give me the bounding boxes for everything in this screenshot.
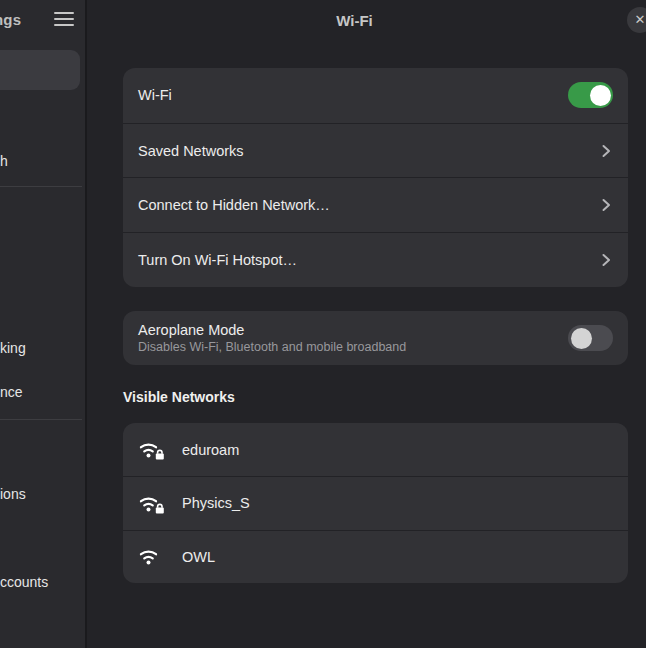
close-icon[interactable]: ✕ — [627, 7, 646, 33]
airplane-mode-subtitle: Disables Wi-Fi, Bluetooth and mobile bro… — [138, 340, 406, 354]
visible-networks-card: eduroam Physics_S OWL — [123, 423, 628, 583]
saved-networks-label: Saved Networks — [138, 143, 244, 159]
hidden-network-label: Connect to Hidden Network… — [138, 197, 330, 213]
wifi-card: Wi-Fi Saved Networks Connect to Hidden N… — [123, 68, 628, 287]
settings-sidebar: ngs h king nce ions ccounts — [0, 0, 87, 648]
wifi-panel: Wi-Fi ✕ Wi-Fi Saved Networks Connect to … — [89, 0, 646, 648]
network-row-owl[interactable]: OWL — [123, 530, 628, 583]
sidebar-divider — [0, 419, 82, 420]
page-title: Wi-Fi — [89, 12, 646, 29]
wifi-toggle-label: Wi-Fi — [138, 87, 172, 103]
sidebar-item-wifi[interactable] — [0, 50, 80, 90]
airplane-mode-card: Aeroplane Mode Disables Wi-Fi, Bluetooth… — [123, 311, 628, 365]
network-row-physics-s[interactable]: Physics_S — [123, 476, 628, 529]
hamburger-menu-icon[interactable] — [54, 12, 74, 30]
wifi-icon — [138, 546, 165, 567]
wifi-hotspot-row[interactable]: Turn On Wi-Fi Hotspot… — [123, 232, 628, 287]
chevron-right-icon — [599, 253, 613, 267]
sidebar-divider — [0, 186, 82, 187]
saved-networks-row[interactable]: Saved Networks — [123, 123, 628, 178]
sidebar-item-bluetooth[interactable]: h — [0, 153, 8, 169]
wifi-secure-icon — [138, 493, 165, 514]
network-name: OWL — [182, 549, 215, 565]
sidebar-item-multitasking[interactable]: king — [0, 340, 26, 356]
sidebar-item-appearance[interactable]: nce — [0, 384, 23, 400]
sidebar-item-online-accounts[interactable]: ccounts — [0, 574, 48, 590]
chevron-right-icon — [599, 198, 613, 212]
network-row-eduroam[interactable]: eduroam — [123, 423, 628, 476]
app-title: ngs — [0, 11, 21, 28]
headerbar: Wi-Fi ✕ — [89, 0, 646, 42]
wifi-toggle[interactable] — [568, 82, 613, 108]
airplane-mode-row: Aeroplane Mode Disables Wi-Fi, Bluetooth… — [123, 311, 628, 365]
wifi-secure-icon — [138, 439, 165, 460]
wifi-toggle-row: Wi-Fi — [123, 68, 628, 123]
airplane-mode-toggle[interactable] — [568, 325, 613, 351]
wifi-hotspot-label: Turn On Wi-Fi Hotspot… — [138, 252, 297, 268]
hidden-network-row[interactable]: Connect to Hidden Network… — [123, 177, 628, 232]
sidebar-item-notifications[interactable]: ions — [0, 486, 26, 502]
visible-networks-heading: Visible Networks — [123, 389, 235, 405]
chevron-right-icon — [599, 144, 613, 158]
network-name: eduroam — [182, 442, 239, 458]
airplane-mode-title: Aeroplane Mode — [138, 322, 406, 338]
network-name: Physics_S — [182, 495, 250, 511]
sidebar-header: ngs — [0, 0, 87, 42]
